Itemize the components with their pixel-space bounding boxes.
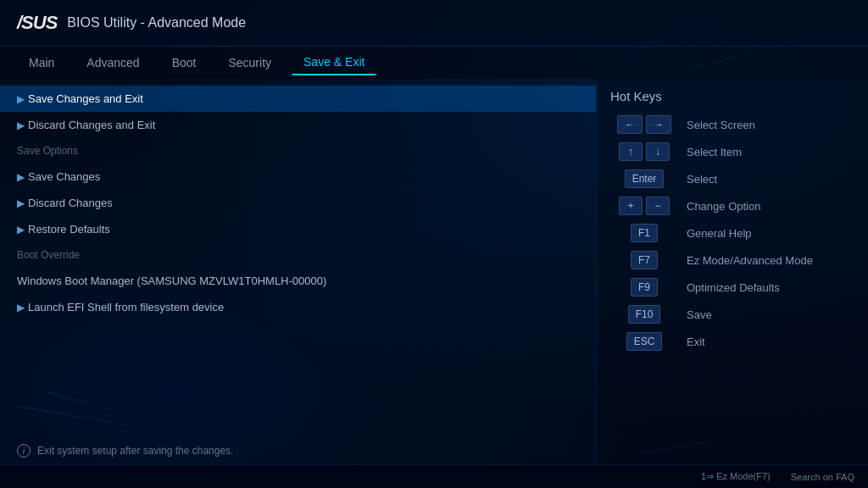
bottom-search-faq: Search on FAQ — [791, 472, 854, 482]
main-content: ▶ Save Changes and Exit ▶ Discard Change… — [0, 79, 868, 488]
hotkey-select-screen: ← → Select Screen — [610, 115, 854, 134]
key-f1: F1 — [631, 224, 658, 242]
key-up-arrow: ↑ — [619, 142, 643, 161]
hotkey-keys-enter: Enter — [610, 169, 678, 188]
nav-item-advanced[interactable]: Advanced — [75, 51, 151, 75]
arrow-icon: ▶ — [17, 93, 25, 105]
hotkeys-title: Hot Keys — [610, 89, 854, 103]
hotkey-general-help: F1 General Help — [610, 224, 854, 242]
left-panel: ▶ Save Changes and Exit ▶ Discard Change… — [0, 79, 597, 488]
hotkey-label-exit: Exit — [687, 336, 705, 348]
hotkey-label-save: Save — [687, 308, 712, 321]
bottom-bar: 1⇒ Ez Mode(F7) Search on FAQ — [0, 464, 868, 488]
key-down-arrow: ↓ — [646, 142, 670, 161]
hotkey-keys-f7: F7 — [610, 251, 678, 269]
hotkey-label-select-screen: Select Screen — [687, 119, 755, 131]
hotkey-label-change-option: Change Option — [687, 200, 760, 213]
bottom-ez-mode: 1⇒ Ez Mode(F7) — [701, 471, 771, 482]
key-plus: + — [619, 197, 643, 215]
key-f7: F7 — [631, 251, 658, 269]
nav-item-save-exit[interactable]: Save & Exit — [292, 50, 376, 75]
key-right-arrow: → — [646, 115, 671, 134]
header: /SUS BIOS Utility - Advanced Mode — [0, 0, 868, 47]
hotkey-label-general-help: General Help — [687, 227, 752, 240]
key-minus: − — [646, 197, 670, 215]
hotkey-label-optimized-defaults: Optimized Defaults — [687, 281, 780, 294]
menu-item-discard-changes-exit[interactable]: ▶ Discard Changes and Exit — [0, 112, 596, 138]
hotkey-select-item: ↑ ↓ Select Item — [610, 142, 854, 161]
hotkey-select: Enter Select — [610, 169, 854, 188]
hotkey-save: F10 Save — [610, 305, 854, 324]
menu-section-save-options: Save Options — [0, 138, 596, 164]
key-f9: F9 — [631, 278, 658, 297]
hotkey-label-select-item: Select Item — [687, 146, 742, 158]
right-panel: Hot Keys ← → Select Screen ↑ ↓ Select It… — [597, 79, 868, 488]
hotkey-keys-f9: F9 — [610, 278, 678, 297]
asus-logo: /SUS — [17, 12, 57, 34]
key-esc: ESC — [626, 332, 663, 351]
key-left-arrow: ← — [617, 115, 643, 134]
arrow-icon: ▶ — [17, 119, 25, 131]
arrow-icon: ▶ — [17, 197, 25, 209]
nav-item-main[interactable]: Main — [17, 51, 66, 75]
hotkey-change-option: + − Change Option — [610, 197, 854, 215]
arrow-icon: ▶ — [17, 302, 25, 313]
hotkey-keys-item: ↑ ↓ — [610, 142, 678, 161]
header-title: BIOS Utility - Advanced Mode — [67, 15, 246, 30]
nav-item-boot[interactable]: Boot — [160, 51, 209, 75]
hotkey-keys-f1: F1 — [610, 224, 678, 242]
arrow-icon: ▶ — [17, 224, 25, 236]
nav-item-security[interactable]: Security — [216, 51, 283, 75]
hotkey-label-select: Select — [687, 173, 717, 186]
key-enter: Enter — [625, 169, 665, 188]
hotkey-keys-f10: F10 — [610, 305, 678, 324]
hotkey-keys-screen: ← → — [610, 115, 678, 134]
menu-section-boot-override: Boot Override — [0, 242, 596, 268]
menu-item-save-changes-exit[interactable]: ▶ Save Changes and Exit — [0, 86, 596, 112]
menu-item-windows-boot[interactable]: Windows Boot Manager (SAMSUNG MZVLW1T0HM… — [0, 268, 596, 294]
nav-bar: Main Advanced Boot Security Save & Exit — [0, 47, 868, 79]
hotkey-optimized-defaults: F9 Optimized Defaults — [610, 278, 854, 297]
key-f10: F10 — [628, 305, 661, 324]
menu-item-launch-efi[interactable]: ▶ Launch EFI Shell from filesystem devic… — [0, 294, 596, 320]
hotkey-label-ez-mode: Ez Mode/Advanced Mode — [687, 254, 813, 267]
menu-item-restore-defaults[interactable]: ▶ Restore Defaults — [0, 216, 596, 242]
hotkey-keys-plusminus: + − — [610, 197, 678, 215]
hotkey-ez-mode: F7 Ez Mode/Advanced Mode — [610, 251, 854, 269]
hotkey-keys-esc: ESC — [610, 332, 678, 351]
menu-item-discard-changes[interactable]: ▶ Discard Changes — [0, 190, 596, 216]
arrow-icon: ▶ — [17, 171, 25, 183]
menu-item-save-changes[interactable]: ▶ Save Changes — [0, 164, 596, 190]
hotkey-exit: ESC Exit — [610, 332, 854, 351]
